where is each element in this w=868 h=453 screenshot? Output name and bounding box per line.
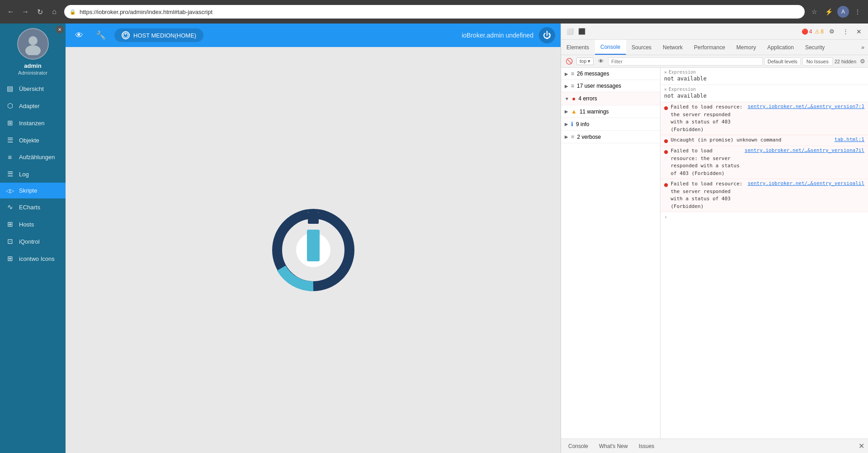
sidebar-item-instanzen[interactable]: ⊞ Instanzen [0, 114, 66, 132]
console-clear-button[interactable]: 🚫 [564, 56, 575, 67]
log-group-verbose: ▶ ≡ 2 verbose [561, 131, 660, 143]
sidebar-close-button[interactable]: ✕ [56, 25, 64, 33]
tab-elements[interactable]: Elements [561, 40, 595, 55]
tab-network-label: Network [663, 44, 683, 51]
settings-button[interactable]: 🔧 [93, 27, 109, 43]
instanzen-icon: ⊞ [5, 119, 14, 127]
log-group-warnings-header[interactable]: ▶ ▲ 11 warnings [561, 105, 660, 118]
top-level-select[interactable]: top ▾ [576, 57, 594, 65]
tab-application[interactable]: Application [762, 40, 800, 55]
log-group-info-header[interactable]: ▶ ℹ 9 info [561, 118, 660, 130]
tab-sources[interactable]: Sources [626, 40, 657, 55]
sidebar-item-label: Hosts [19, 221, 34, 228]
sidebar-item-label: Aufzählungen [19, 154, 55, 160]
console-prompt-line[interactable]: › [660, 212, 868, 222]
error-circle-icon: ● [572, 95, 576, 102]
default-levels-button[interactable]: Default levels [764, 57, 801, 66]
icontwo-icon: ⊞ [5, 255, 14, 263]
log-group-verbose-label: 2 verbose [577, 134, 601, 140]
error-text-3: Failed to load resource: the server resp… [670, 147, 742, 177]
objekte-icon: ☰ [5, 136, 14, 144]
sidebar-item-skripte[interactable]: ◁▷ Skripte [0, 183, 66, 198]
dock-toggle-button[interactable]: ⬜ [565, 26, 576, 37]
tab-network[interactable]: Network [657, 40, 689, 55]
log-group-messages: ▶ ≡ 26 messages [561, 68, 660, 80]
sidebar-item-hosts[interactable]: ⊞ Hosts [0, 216, 66, 233]
home-button[interactable]: ⌂ [48, 5, 61, 18]
sidebar-item-log[interactable]: ☰ Log [0, 165, 66, 183]
console-filter-bar: 🚫 top ▾ 👁 Default levels No Issues 22 hi… [561, 55, 868, 68]
reload-button[interactable]: ↻ [33, 5, 46, 18]
sidebar-item-iqontrol[interactable]: ⊡ iQontrol [0, 233, 66, 250]
error-line-4: ● Failed to load resource: the server re… [660, 179, 868, 212]
log-group-user-messages-header[interactable]: ▶ ≡ 17 user messages [561, 80, 660, 92]
devtools-tabs: Elements Console Sources Network Perform… [561, 40, 868, 55]
profile-role: Administrator [18, 70, 47, 76]
devtools-bottom-bar: Console What's New Issues ✕ [561, 439, 868, 453]
main-layout: ✕ admin Administrator ▤ Übersicht ⬡ Adap… [0, 24, 868, 453]
console-settings-icon[interactable]: ⚙ [860, 58, 865, 65]
hidden-count: 22 hidden [835, 59, 856, 64]
tab-performance[interactable]: Performance [689, 40, 731, 55]
svg-point-0 [28, 36, 38, 45]
tab-security-label: Security [805, 44, 825, 51]
address-bar[interactable]: 🔒 https://iobroker.pro/admin/index.html#… [64, 5, 805, 19]
log-group-errors-label: 4 errors [578, 95, 597, 102]
error-link-3[interactable]: sentry.iobroker.net/…&sentry_versiona7il [745, 147, 864, 153]
sidebar-item-label: Skripte [19, 187, 37, 194]
lock-icon: 🔒 [70, 9, 76, 15]
dock-buttons: ⬜ ⬛ [565, 26, 587, 37]
sidebar-item-uebersicht[interactable]: ▤ Übersicht [0, 80, 66, 97]
echarts-icon: ∿ [5, 203, 14, 211]
error-link-1[interactable]: sentry.iobroker.net/…&sentry_version7:1 [748, 104, 864, 109]
sidebar-item-objekte[interactable]: ☰ Objekte [0, 132, 66, 149]
sidebar-navigation: ▤ Übersicht ⬡ Adapter ⊞ Instanzen ☰ Obje… [0, 80, 66, 453]
tab-console[interactable]: Console [595, 40, 626, 55]
console-filter-input[interactable] [608, 57, 762, 66]
iobroker-logo [268, 205, 359, 295]
more-devtools-button[interactable]: ⋮ [840, 26, 851, 37]
extensions-button[interactable]: ⚡ [823, 6, 835, 18]
error-link-2[interactable]: tab.html:1 [835, 137, 864, 142]
bottom-tab-console[interactable]: Console [565, 442, 592, 450]
tab-application-label: Application [767, 44, 794, 51]
log-group-errors-header[interactable]: ▼ ● 4 errors [561, 92, 660, 105]
no-issues-button[interactable]: No Issues [802, 57, 833, 66]
tab-security[interactable]: Security [800, 40, 830, 55]
eye-filter-button[interactable]: 👁 [595, 56, 606, 67]
log-group-warnings-label: 11 warnings [580, 109, 609, 115]
log-group-user-messages: ▶ ≡ 17 user messages [561, 80, 660, 92]
bottom-tab-issues[interactable]: Issues [635, 442, 658, 450]
power-button[interactable]: ⏻ [539, 27, 555, 43]
log-group-messages-header[interactable]: ▶ ≡ 26 messages [561, 68, 660, 80]
bottom-tab-whats-new[interactable]: What's New [595, 442, 632, 450]
log-group-verbose-header[interactable]: ▶ ≡ 2 verbose [561, 131, 660, 143]
dock-side-button[interactable]: ⬛ [576, 26, 587, 37]
forward-button[interactable]: → [19, 5, 32, 18]
close-devtools-button[interactable]: ✕ [854, 26, 864, 37]
back-button[interactable]: ← [5, 5, 17, 18]
sidebar-item-icontwo[interactable]: ⊞ icontwo Icons [0, 250, 66, 267]
browser-profile-avatar[interactable]: A [837, 6, 849, 18]
sidebar-item-label: Instanzen [19, 120, 44, 127]
bottom-close-button[interactable]: ✕ [859, 442, 864, 450]
sidebar-item-aufzaehlungen[interactable]: ≡ Aufzählungen [0, 149, 66, 165]
expression-close-2[interactable]: ✕ [664, 87, 667, 92]
settings-devtools-button[interactable]: ⚙ [826, 26, 837, 37]
aufzaehlungen-icon: ≡ [5, 153, 14, 161]
messages-icon: ≡ [571, 71, 574, 77]
expression-close-1[interactable]: ✕ [664, 70, 667, 75]
tab-memory[interactable]: Memory [731, 40, 762, 55]
browser-nav-buttons: ← → ↻ ⌂ [5, 5, 61, 18]
error-link-4[interactable]: sentry.iobroker.net/…&sentry_versioalil [748, 180, 864, 186]
tab-console-label: Console [600, 44, 620, 50]
sidebar-item-echarts[interactable]: ∿ ECharts [0, 198, 66, 216]
sidebar-item-adapter[interactable]: ⬡ Adapter [0, 97, 66, 114]
more-button[interactable]: ⋮ [852, 6, 863, 18]
eye-button[interactable]: 👁 [71, 27, 87, 43]
bookmark-button[interactable]: ☆ [808, 6, 820, 18]
host-button[interactable]: HOST MEDION(HOME) [114, 28, 203, 42]
sidebar-item-label: ECharts [19, 204, 40, 211]
more-tabs-button[interactable]: » [858, 40, 868, 55]
error-dot-icon-2: ● [664, 137, 668, 144]
